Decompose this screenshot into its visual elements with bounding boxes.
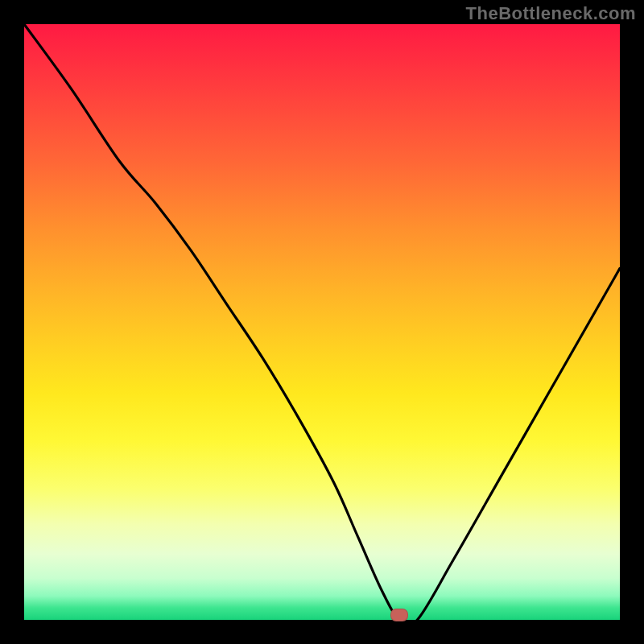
plot-area <box>24 24 620 620</box>
chart-container: TheBottleneck.com <box>0 0 644 644</box>
watermark-text: TheBottleneck.com <box>466 3 636 24</box>
optimum-marker <box>390 609 408 621</box>
bottleneck-curve <box>24 24 620 620</box>
